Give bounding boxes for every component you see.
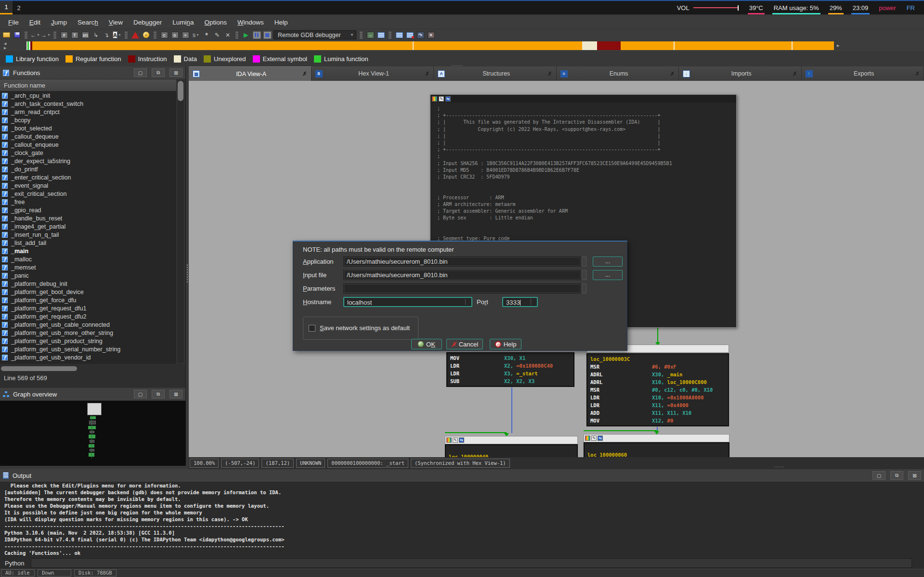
function-list-item[interactable]: ƒ_platform_get_usb_serial_number_string: [0, 345, 176, 353]
debugger-setup-icon[interactable]: ✕: [427, 31, 435, 39]
graph-overview-minimap[interactable]: [0, 401, 186, 466]
tab-imports[interactable]: ↓Imports✗: [679, 66, 802, 81]
jump-address-icon[interactable]: #: [60, 31, 68, 39]
menu-view[interactable]: View: [104, 17, 128, 28]
functions-panel-header[interactable]: ƒ Functions ▢ ⧉ ⊠: [0, 66, 185, 79]
graph-node[interactable]: loc_10000003CMSR#6, #0xFADRLX30, _mainAD…: [586, 353, 729, 426]
forward-icon[interactable]: →▼: [41, 31, 50, 39]
output-log[interactable]: Please check the Edit/Plugins menu for m…: [4, 482, 285, 556]
function-list-item[interactable]: ƒ_arm_read_cntpct: [0, 108, 176, 116]
function-name-column-header[interactable]: Function name: [0, 79, 176, 91]
volume-slider[interactable]: [693, 7, 738, 8]
graph-node-titlebar[interactable]: ✎ ⇆: [445, 436, 578, 444]
hscrollbar-thumb[interactable]: [1, 366, 77, 371]
function-list-item[interactable]: ƒ_list_add_tail: [0, 239, 176, 247]
volume-slider-handle[interactable]: [738, 5, 739, 11]
pause-debugger-icon[interactable]: [252, 31, 261, 39]
jump-xref-icon[interactable]: ↳: [91, 31, 100, 39]
close-icon[interactable]: ✗: [425, 71, 429, 77]
tab-hex-view-1[interactable]: 0Hex View-1✗: [312, 66, 434, 81]
menu-options[interactable]: Options: [199, 17, 233, 28]
close-icon[interactable]: ✗: [302, 71, 307, 77]
graph-node[interactable]: MOVX30, X1LDRX2, =0x180080C40LDRX3, =_st…: [446, 352, 574, 387]
function-list-item[interactable]: ƒ_do_printf: [0, 165, 176, 173]
function-list-item[interactable]: ƒ_image4_get_partial: [0, 222, 176, 231]
function-list-item[interactable]: ƒ_free: [0, 198, 176, 206]
navigation-band[interactable]: [26, 41, 834, 50]
menu-file[interactable]: File: [3, 17, 24, 28]
maximize-icon[interactable]: ▢: [134, 390, 147, 398]
function-list-item[interactable]: ƒ_platform_get_request_dfu1: [0, 304, 176, 312]
volume-indicator[interactable]: VOL: [672, 1, 744, 14]
tab-enums[interactable]: ≡Enums✗: [557, 66, 679, 81]
save-icon[interactable]: [13, 31, 21, 39]
function-list-item[interactable]: ƒ_callout_dequeue: [0, 132, 176, 141]
tab-exports[interactable]: ↑Exports✗: [802, 66, 924, 81]
menu-lumina[interactable]: Lumina: [167, 17, 199, 28]
breakpoint-list-icon[interactable]: [405, 31, 414, 39]
close-icon[interactable]: ✗: [793, 71, 797, 77]
function-list-item[interactable]: ƒ_insert_run_q_tail: [0, 231, 176, 239]
field-mini-button[interactable]: [582, 256, 586, 267]
jump-segment-icon[interactable]: 101: [81, 31, 90, 39]
close-icon[interactable]: ⊠: [169, 68, 182, 77]
navband-scroll-end-icon[interactable]: ▶: [837, 44, 839, 48]
port-input[interactable]: 3333: [502, 297, 538, 307]
sync-icon[interactable]: ⇆: [445, 96, 451, 102]
make-code-icon[interactable]: C: [160, 31, 169, 39]
palette-icon[interactable]: [432, 96, 437, 102]
function-list-item[interactable]: ƒ_event_signal: [0, 181, 176, 190]
function-list-item[interactable]: ƒ_arch_task_context_switch: [0, 100, 176, 108]
function-list-hscrollbar[interactable]: [0, 365, 176, 372]
menu-edit[interactable]: Edit: [24, 17, 46, 28]
function-list-item[interactable]: ƒ_bcopy: [0, 116, 176, 124]
browse-button[interactable]: ...: [593, 270, 623, 280]
function-list-item[interactable]: ƒ_platform_get_usb_vendor_id: [0, 353, 176, 361]
debugger-windows-icon[interactable]: [395, 31, 403, 39]
parameters-input[interactable]: [343, 283, 581, 294]
text-color-icon[interactable]: A▼: [113, 31, 121, 39]
menu-search[interactable]: Search: [72, 17, 104, 28]
function-list-item[interactable]: ƒ_platform_get_boot_device: [0, 288, 176, 296]
stop-debugger-icon[interactable]: [263, 31, 272, 39]
hostname-input[interactable]: localhost: [343, 297, 472, 307]
disassembly-window-titlebar[interactable]: ✎ ⇆: [430, 95, 736, 103]
function-list-item[interactable]: ƒ_clock_gate: [0, 149, 176, 157]
function-list-item[interactable]: ƒ_exit_critical_section: [0, 190, 176, 198]
field-mini-button[interactable]: [582, 283, 586, 294]
browse-button[interactable]: ...: [593, 256, 623, 267]
menu-jump[interactable]: Jump: [46, 17, 72, 28]
attach-process-icon[interactable]: →: [366, 31, 375, 39]
function-list-item[interactable]: ƒ_panic: [0, 271, 176, 280]
navband-scroll-right-icon[interactable]: ▶: [4, 46, 6, 50]
make-data-icon[interactable]: D: [170, 31, 179, 39]
function-list-item[interactable]: ƒ_memset: [0, 263, 176, 271]
ok-button[interactable]: OK: [411, 339, 442, 349]
minimap-viewport[interactable]: [87, 403, 102, 415]
float-icon[interactable]: ⧉: [890, 471, 903, 480]
function-list-item[interactable]: ƒ_main: [0, 247, 176, 255]
function-list-item[interactable]: ƒ_callout_enqueue: [0, 141, 176, 149]
function-list-item[interactable]: ƒ_boot_selected: [0, 124, 176, 132]
process-snapshot-icon[interactable]: [377, 31, 385, 39]
float-icon[interactable]: ⧉: [152, 390, 165, 398]
save-network-settings-checkbox[interactable]: [309, 325, 315, 332]
function-list-item[interactable]: ƒ_platform_get_usb_cable_connected: [0, 321, 176, 329]
problems-icon[interactable]: [131, 31, 140, 39]
maximize-icon[interactable]: ▢: [134, 68, 147, 77]
menu-windows[interactable]: Windows: [232, 17, 269, 28]
function-list-item[interactable]: ƒ_malloc: [0, 255, 176, 263]
help-button[interactable]: Help: [490, 339, 521, 349]
workspace-button-2[interactable]: 2: [13, 1, 25, 14]
tab-ida-view-a[interactable]: ▤IDA View-A✗: [189, 66, 312, 81]
graph-node-partial[interactable]: loc_100000060: [584, 442, 729, 457]
vscrollbar-thumb[interactable]: [178, 81, 183, 101]
function-list-item[interactable]: ƒ_platform_get_request_dfu2: [0, 312, 176, 321]
workspace-switcher[interactable]: 12: [0, 1, 25, 14]
function-list-item[interactable]: ƒ_der_expect_ia5string: [0, 157, 176, 165]
function-list-item[interactable]: ƒ_gpio_read: [0, 206, 176, 214]
jump-name-icon[interactable]: T: [70, 31, 79, 39]
function-list-item[interactable]: ƒ_platform_get_usb_more_other_string: [0, 329, 176, 337]
graph-node-partial[interactable]: loc_100000040: [445, 444, 578, 457]
close-icon[interactable]: ✗: [915, 71, 920, 77]
